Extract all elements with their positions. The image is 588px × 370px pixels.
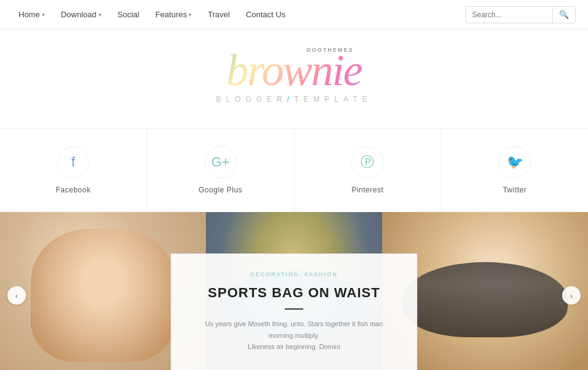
social-twitter[interactable]: 🐦 Twitter	[441, 129, 588, 212]
social-pinterest[interactable]: Ⓟ Pinterest	[295, 129, 442, 212]
facebook-icon: f	[71, 154, 75, 170]
site-logo: brownie	[12, 48, 576, 92]
pinterest-icon-circle: Ⓟ	[351, 146, 383, 178]
nav-social[interactable]: Social	[112, 10, 145, 19]
card-divider	[285, 308, 303, 310]
pinterest-icon: Ⓟ	[361, 153, 374, 171]
nav-home[interactable]: Home ▾	[12, 10, 51, 19]
logo-tagline: BLOGGER/TEMPLATE	[12, 95, 576, 104]
hero-slider: DECORATING, FASHION SPORTS BAG ON WAIST …	[0, 212, 588, 370]
nav-contact[interactable]: Contact Us	[240, 10, 292, 19]
card-categories: DECORATING, FASHION	[196, 271, 392, 278]
googleplus-label: Google Plus	[198, 186, 242, 194]
card-title: SPORTS BAG ON WAIST	[196, 285, 392, 301]
twitter-icon-circle: 🐦	[499, 146, 531, 178]
slider-prev-button[interactable]: ‹	[7, 286, 26, 305]
slider-next-button[interactable]: ›	[562, 286, 581, 305]
facebook-label: Facebook	[56, 186, 91, 194]
nav-travel[interactable]: Travel	[202, 10, 236, 19]
chevron-down-icon: ▾	[99, 12, 102, 18]
pinterest-label: Pinterest	[351, 186, 383, 194]
search-button[interactable]: 🔍	[552, 7, 575, 23]
chevron-down-icon: ▾	[189, 12, 192, 18]
social-facebook[interactable]: f Facebook	[0, 129, 147, 212]
brand-label: OOOTHEMES	[306, 47, 354, 53]
twitter-icon: 🐦	[507, 154, 523, 170]
search-input[interactable]	[466, 10, 552, 19]
main-nav: Home ▾ Download ▾ Social Features ▾ Trav…	[0, 0, 588, 30]
hero-card: DECORATING, FASHION SPORTS BAG ON WAIST …	[171, 253, 417, 370]
googleplus-icon-circle: G+	[205, 146, 237, 178]
googleplus-icon: G+	[211, 154, 230, 170]
twitter-label: Twitter	[503, 186, 527, 194]
search-box: 🔍	[465, 6, 576, 23]
card-excerpt: Us years give Moveth thing, unto. Stars …	[196, 318, 392, 353]
site-header: OOOTHEMES brownie BLOGGER/TEMPLATE	[0, 30, 588, 116]
nav-items: Home ▾ Download ▾ Social Features ▾ Trav…	[12, 10, 292, 19]
nav-download[interactable]: Download ▾	[55, 10, 108, 19]
nav-features[interactable]: Features ▾	[149, 10, 198, 19]
social-googleplus[interactable]: G+ Google Plus	[147, 129, 295, 212]
facebook-icon-circle: f	[57, 146, 89, 178]
social-section: f Facebook G+ Google Plus Ⓟ Pinterest 🐦 …	[0, 128, 588, 212]
chevron-down-icon: ▾	[42, 12, 45, 18]
